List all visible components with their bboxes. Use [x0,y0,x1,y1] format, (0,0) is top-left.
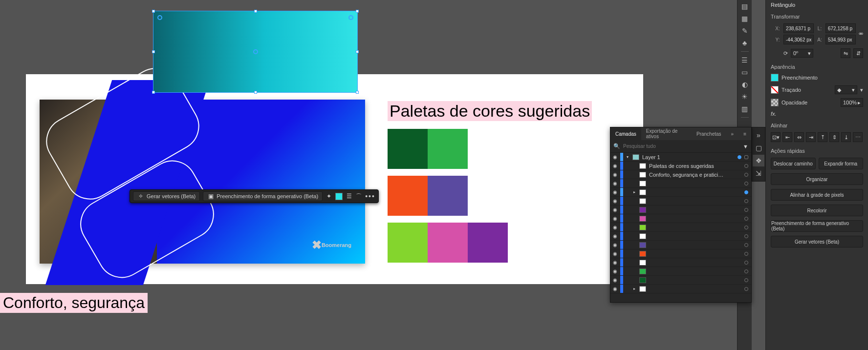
expand-shape-button[interactable]: Expandir forma [819,158,864,169]
arrange-button[interactable]: Organizar [771,173,863,185]
visibility-icon[interactable]: ◉ [610,198,619,204]
target-icon[interactable] [744,234,748,238]
disclosure-icon[interactable]: ▸ [633,190,638,194]
layer-row[interactable]: ◉ [610,241,751,249]
target-icon[interactable] [744,226,748,229]
gen-fill-button[interactable]: ▣ Preenchimento de forma generativo (Bet… [203,191,323,201]
layer-row[interactable]: ◉▸ [610,188,751,197]
layer-row[interactable]: ◉ [610,214,751,223]
layer-row[interactable]: ◉▸ [610,285,751,293]
export-icon[interactable]: ⇲ [753,167,764,179]
graph-icon[interactable]: ▥ [739,103,751,114]
target-icon[interactable] [744,269,748,273]
flip-h-icon[interactable]: ⇋ [841,48,850,58]
layer-list[interactable]: ◉▾Layer 1◉Paletas de cores sugeridas◉Con… [610,153,751,302]
fill-swatch[interactable] [335,193,343,200]
layer-row[interactable]: ◉ [610,258,751,267]
filter-icon[interactable]: ▼ [743,144,748,149]
layer-row[interactable]: ◉ [610,276,751,285]
expand-icon[interactable]: » [753,129,764,141]
disclosure-icon[interactable]: ▾ [627,155,631,159]
layer-row[interactable]: ◉ [610,267,751,276]
y-input[interactable] [783,35,814,44]
stroke-lines-icon[interactable]: ☰ [346,193,352,200]
select-icon[interactable] [744,155,748,159]
target-icon[interactable] [744,287,748,291]
selected-shape[interactable] [153,11,358,93]
opacity-swatch[interactable] [771,99,779,106]
visibility-icon[interactable]: ◉ [610,189,619,195]
layer-row[interactable]: ◉ [610,197,751,206]
align-more-icon[interactable]: ⋯ [853,132,863,142]
target-icon[interactable] [744,199,748,203]
fill-swatch[interactable] [771,74,779,82]
visibility-icon[interactable]: ◉ [610,251,619,256]
visibility-icon[interactable]: ◉ [610,154,619,160]
target-icon[interactable] [744,278,748,282]
stroke-swatch[interactable] [771,86,779,94]
align-hcenter-icon[interactable]: ⇔ [794,132,804,142]
visibility-icon[interactable]: ◉ [610,268,619,274]
collapse-icon[interactable]: » [726,127,739,140]
h-input[interactable] [825,35,856,44]
properties-icon[interactable]: ▤ [739,1,751,12]
layers-icon[interactable]: ❖ [753,155,764,166]
visibility-icon[interactable]: ◉ [610,181,619,186]
visibility-icon[interactable]: ◉ [610,207,619,212]
layer-search-input[interactable] [623,144,740,149]
target-icon[interactable] [744,261,748,265]
visibility-icon[interactable]: ◉ [610,233,619,239]
artboard-icon[interactable]: ▢ [753,142,764,154]
target-icon[interactable] [744,208,748,212]
fx-label[interactable]: fx. [771,111,777,117]
target-icon[interactable] [744,217,748,221]
w-input[interactable] [825,23,856,33]
flip-v-icon[interactable]: ⇵ [853,48,863,58]
align-left-icon[interactable]: ⇤ [782,132,792,142]
visibility-icon[interactable]: ◉ [610,172,619,177]
align-right-icon[interactable]: ⇥ [806,132,816,142]
stroke-weight[interactable]: ◆▾ [835,85,857,94]
grid-icon[interactable]: ▦ [739,13,751,24]
gen-vectors-button[interactable]: ✧ Gerar vetores (Beta) [133,191,200,201]
opacity-input[interactable]: 100%▸ [841,98,863,107]
align-vcenter-icon[interactable]: ⇕ [829,132,839,142]
visibility-icon[interactable]: ◉ [610,277,619,283]
visibility-icon[interactable]: ◉ [610,242,619,247]
target-icon[interactable] [744,252,748,256]
layer-row[interactable]: ◉ [610,232,751,241]
layer-row[interactable]: ◉ [610,179,751,188]
target-icon[interactable] [744,182,748,185]
brush-icon[interactable]: ✎ [739,25,751,36]
layer-row[interactable]: ◉Paletas de cores sugeridas [610,162,751,170]
layer-row[interactable]: ◉Conforto, segurança e pratici… [610,170,751,179]
link-icon[interactable]: ⚮ [859,31,863,37]
target-icon[interactable] [744,190,748,194]
target-icon[interactable] [744,173,748,177]
reference-point-grid[interactable] [771,29,772,39]
target-icon[interactable] [744,164,748,168]
align-bottom-icon[interactable]: ⤓ [841,132,851,142]
layer-row[interactable]: ◉▾Layer 1 [610,153,751,162]
rect-icon[interactable]: ▭ [739,67,751,78]
x-input[interactable] [783,23,814,33]
visibility-icon[interactable]: ◉ [610,163,619,168]
target-icon[interactable] [744,243,748,247]
magic-icon[interactable]: ✦ [326,193,332,200]
recolor-button[interactable]: Recolorir [771,205,863,216]
visibility-icon[interactable]: ◉ [610,216,619,221]
panel-menu-icon[interactable]: ≡ [738,127,751,140]
layer-row[interactable]: ◉ [610,249,751,258]
transparency-icon[interactable]: ☀ [739,91,751,102]
gradient-icon[interactable]: ◐ [739,79,751,90]
corner-icon[interactable]: ⌒ [355,193,362,200]
canvas-area[interactable]: ✖Boomerang Paletas de cores sugeridas Co… [0,0,643,350]
tab-asset-export[interactable]: Exportação de ativos [641,127,692,140]
more-icon[interactable]: ••• [365,192,375,200]
layer-row[interactable]: ◉ [610,223,751,232]
disclosure-icon[interactable]: ▸ [633,287,638,291]
align-to-icon[interactable]: ⊡▾ [771,132,781,142]
offset-path-button[interactable]: Deslocar caminho [771,158,816,169]
tab-artboards[interactable]: Pranchetas [692,127,726,140]
align-top-icon[interactable]: ⤒ [818,132,827,142]
